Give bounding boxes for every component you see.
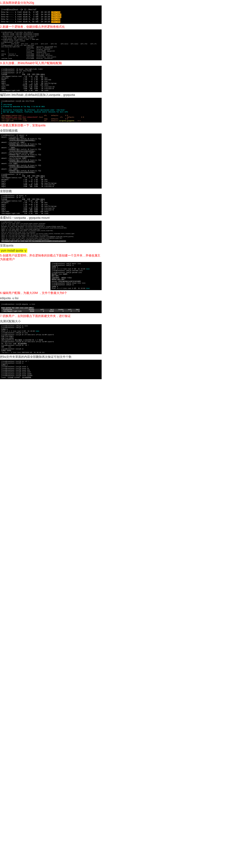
dir: lisi bbox=[86, 287, 90, 289]
l: [lisi@localhost lisi]$ vim /etc/fstab bbox=[1, 100, 34, 102]
terminal-4c: [root@localhost ~]# mount sysfs on /sys … bbox=[0, 221, 102, 243]
block: [lisi@localhost lv01]$ cd lisi [lisi@loc… bbox=[1, 332, 54, 353]
terminal-4b: [root@localhost ~]# mount -a [root@local… bbox=[0, 194, 102, 215]
dir: lisi bbox=[35, 330, 39, 332]
text-4d: 安装quota bbox=[0, 243, 102, 248]
heading-5: 5.创建用户设置密码，并在逻辑卷的挂载点下面创建一个文件夹，并修改属主为新建用户 bbox=[0, 253, 102, 262]
l: # bbox=[1, 102, 2, 104]
l: Disk quotas for user lisi (uid 1001): bbox=[1, 307, 34, 309]
l: [root@localhost ~]# df -h bbox=[1, 72, 24, 74]
l: # bbox=[1, 113, 2, 115]
heading-7: 7.切换用户，去到挂载点下面的新建文件夹，进行验证 bbox=[0, 313, 102, 319]
text-3: 编写vim /etc/fstab ,在default后面加入usrquota，g… bbox=[0, 92, 102, 98]
block: [lisi@localhost lisi]$ rm -rf * [lisi@lo… bbox=[1, 361, 32, 378]
out: brw-rw----. 1 root disk 8, 1 8月 24 16:23 bbox=[1, 13, 51, 16]
text-7a: 先测试配额大小 bbox=[0, 319, 102, 324]
terminal-3b: [lisi@localhost lisi]$ vim /etc/fstab # … bbox=[0, 98, 102, 123]
l: /dev/mapper/vg01-lv01 20480 0 20480 6 3 … bbox=[1, 310, 80, 312]
l: devtmpfs 1.9G 0 1.9G 0% /dev bbox=[1, 77, 48, 79]
terminal-2: [root@localhost ~]# pvcreate /dev/sdb{b,… bbox=[0, 29, 102, 60]
terminal-6: [lisi@localhost lisi]$ edquota -u lisi D… bbox=[0, 301, 102, 313]
l: # Accessible filesystems, by reference, … bbox=[1, 109, 65, 111]
out: brw-rw----. 1 root disk 8, 0 8月 24 16:23 bbox=[1, 11, 51, 13]
text-4e-highlight: yum install quota -y bbox=[0, 248, 27, 253]
terminal-7b: [lisi@localhost lisi]$ rm -rf * [lisi@lo… bbox=[0, 360, 102, 379]
dir: lisi bbox=[86, 268, 90, 270]
l: Filesystem blocks soft hard inodes soft … bbox=[1, 309, 80, 310]
dev: /dev/sda bbox=[51, 11, 60, 13]
out: brw-rw----. 1 root disk 8, 16 8月 24 16:2… bbox=[1, 18, 51, 20]
l: realtime =none extsz=4096 blocks=0, rtex… bbox=[1, 58, 52, 59]
l: /dev/sda1 1014M 179M 836M 18% /boot bbox=[1, 84, 49, 86]
block: [root@localhost lv01]# su lisi [lisi@loc… bbox=[1, 325, 35, 332]
l: 文件系统 容量 已用 可用 已用% 挂载点 bbox=[1, 74, 45, 75]
terminal-4a: [root@localhost ~]# umount -a umount: /r… bbox=[0, 133, 102, 189]
terminal-5: [root@localhost lv01]# mkdir lisi [root@… bbox=[50, 262, 102, 290]
l: tmpfs 378M 4.0K 378M 1% /run/user/42 bbox=[1, 86, 55, 88]
dev: /dev/sdc bbox=[51, 21, 60, 23]
l: # bbox=[1, 107, 2, 109]
cmd: [root@localhost ~]# ll /dev/sd* bbox=[1, 9, 37, 11]
l: [root@localhost ~]# vim /etc/fstab bbox=[1, 70, 32, 72]
block: [root@localhost lv01]# mkdir lisi [root@… bbox=[52, 263, 86, 270]
quota-opts: usrquota,grpquota bbox=[59, 120, 74, 122]
l: /dev/mapper/vg01-lv01 97M 5.2M 92M 6% /l… bbox=[1, 90, 49, 91]
l: [root@localhost ~]# mount /dev/vg01/lv01… bbox=[1, 68, 43, 70]
heading-2: 2.新建一个逻辑卷，创建挂载点并把逻辑卷格式化 bbox=[0, 24, 102, 29]
dev: /dev/sda2 bbox=[51, 16, 62, 18]
l: /dev/mapper/centos-swap swap swap defaul… bbox=[1, 118, 68, 120]
text-4a: 全部卸载挂载 bbox=[0, 128, 102, 133]
terminal-3a: [root@localhost ~]# mount /dev/vg01/lv01… bbox=[0, 66, 102, 92]
uuid: 31d939b2-baee-4437-961f-14bbec42e44f bbox=[6, 116, 38, 118]
block: [root@localhost ~]# umount -a umount: /r… bbox=[1, 134, 56, 187]
l: # /etc/fstab bbox=[1, 104, 12, 105]
dev: /dev/sdb bbox=[51, 18, 60, 20]
l: tmpfs 1.9G 0 1.9G 0% /dev/shm bbox=[1, 79, 51, 81]
l: 0 0 bbox=[74, 120, 80, 122]
l: tmpfs 378M 20K 378M 1% /run/user/0 bbox=[1, 88, 54, 90]
heading-1: 1.添加两块硬盘分别为20g bbox=[0, 0, 102, 5]
block: [root@localhost lv01]# useradd lisi [roo… bbox=[52, 270, 86, 289]
block: [root@localhost ~]# mount -a [root@local… bbox=[1, 195, 56, 214]
l: /boot xfs defaults 0 0 bbox=[38, 116, 84, 118]
block: [root@localhost ~]# mount sysfs on /sys … bbox=[1, 221, 75, 240]
text-4c: 查看lv01---usrquota，grpquota mount bbox=[0, 215, 102, 221]
text-7b: 把lisi文件夹里面的内容全部删除再次验证可创文件个数 bbox=[0, 354, 102, 360]
text-6: edquota -u lisi bbox=[0, 296, 102, 301]
l: /dev/mapper/centos-root / xfs defaults 0… bbox=[1, 115, 68, 116]
out: brw-rw----. 1 root disk 8, 32 8月 24 16:2… bbox=[1, 21, 51, 23]
l: /dev/mapper/centos-root 17G 3.4G 14G 20%… bbox=[1, 75, 45, 77]
l: # See man pages fstab(5), findfs(8), mou… bbox=[1, 111, 68, 113]
terminal-7a: [root@localhost lv01]# su lisi [lisi@loc… bbox=[0, 324, 102, 354]
terminal-1: [root@localhost ~]# ll /dev/sd* brw-rw--… bbox=[0, 5, 102, 24]
l: UUID= bbox=[1, 116, 6, 118]
heading-4: 4.挂载点重新挂载一下，安装quota bbox=[0, 123, 102, 128]
l: # Created by anaconda on Tue Aug 3 21:59… bbox=[1, 106, 45, 107]
highlight-line: /dev/mapper/vg01-lv01 on /lv01 type xfs … bbox=[1, 240, 66, 242]
l: tmpfs 1.9G 0 1.9G 0% /sys/fs/cgroup bbox=[1, 83, 56, 84]
l: /dev/vg01/lv01 /lv01 xfs defaults, bbox=[1, 120, 59, 122]
l: [lisi@localhost lisi]$ edquota -u lisi bbox=[1, 304, 35, 305]
heading-3: 3.永久挂载，并/etc/fstab中写入用户配额组配额 bbox=[0, 60, 102, 66]
dev: /dev/sda1 bbox=[51, 13, 62, 16]
heading-6: 6.编辑用户配额，为最大20M ，文件个数最大为6个 bbox=[0, 290, 102, 296]
l: tmpfs 1.9G 9.1M 1.9G 1% /run bbox=[1, 81, 48, 83]
out: brw-rw----. 1 root disk 8, 2 8月 24 16:23 bbox=[1, 16, 51, 18]
text-4b: 全部挂载 bbox=[0, 189, 102, 194]
